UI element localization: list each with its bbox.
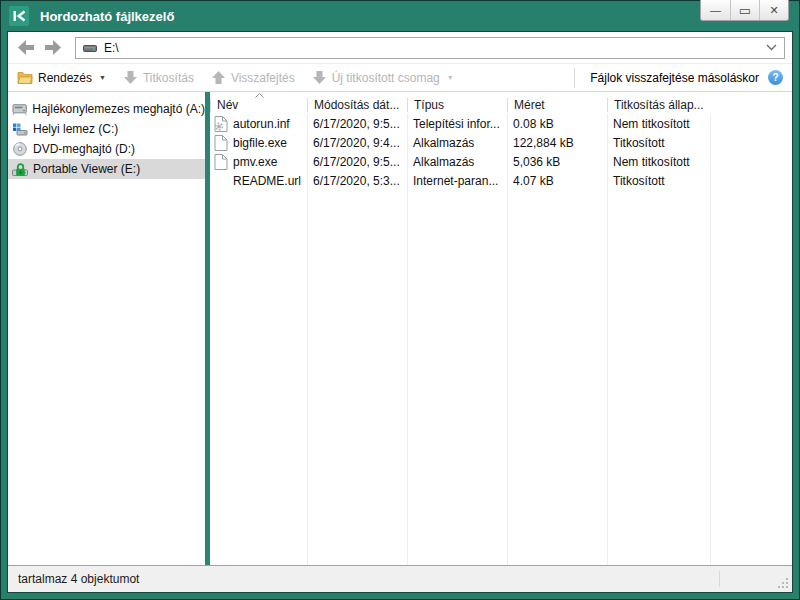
- address-dropdown-icon[interactable]: [766, 44, 777, 51]
- sidebar-item-dvd-d[interactable]: DVD-meghajtó (D:): [8, 139, 205, 159]
- resize-grip[interactable]: [777, 577, 788, 588]
- file-modified: 6/17/2020, 5:3...: [307, 174, 407, 188]
- status-bar: tartalmaz 4 objektumot: [8, 565, 792, 592]
- file-name: README.url: [233, 174, 301, 188]
- sort-ascending-icon: [255, 93, 264, 98]
- encrypt-button[interactable]: Titkosítás: [123, 70, 194, 85]
- file-name: bigfile.exe: [233, 136, 287, 150]
- encrypt-label: Titkosítás: [143, 71, 194, 85]
- file-row-pmv[interactable]: pmv.exe 6/17/2020, 9:5... Alkalmazás 5,0…: [210, 152, 792, 171]
- main-area: Hajlékonylemezes meghajtó (A:) Helyi lem…: [8, 92, 792, 565]
- window-controls: — ▭ ✕: [700, 0, 789, 21]
- file-list-header: Név Módosítás dát... Típus Méret Titkosí…: [210, 92, 792, 114]
- decrypt-label: Visszafejtés: [231, 71, 295, 85]
- file-name: pmv.exe: [233, 155, 277, 169]
- file-list: Név Módosítás dát... Típus Méret Titkosí…: [210, 92, 792, 565]
- file-row-readme[interactable]: README.url 6/17/2020, 5:3... Internet-pa…: [210, 171, 792, 190]
- toolbar-right: Fájlok visszafejtése másoláskor ?: [574, 68, 783, 88]
- organize-label: Rendezés: [38, 71, 92, 85]
- organize-button[interactable]: Rendezés ▼: [17, 71, 106, 85]
- sidebar-item-floppy-a[interactable]: Hajlékonylemezes meghajtó (A:): [8, 99, 205, 119]
- file-name: autorun.inf: [233, 117, 290, 131]
- file-icon: [214, 154, 228, 170]
- drive-label: Hajlékonylemezes meghajtó (A:): [32, 102, 205, 116]
- sidebar-item-local-disk-c[interactable]: Helyi lemez (C:): [8, 119, 205, 139]
- organize-caret-icon: ▼: [99, 74, 106, 81]
- decrypt-on-copy-label: Fájlok visszafejtése másoláskor: [590, 71, 759, 85]
- portable-file-manager-window: Hordozható fájlkezelő — ▭ ✕: [0, 0, 800, 600]
- drive-sidebar: Hajlékonylemezes meghajtó (A:) Helyi lem…: [8, 92, 205, 565]
- kaspersky-logo-icon: [9, 6, 29, 26]
- floppy-drive-icon: [12, 101, 27, 117]
- forward-button[interactable]: [42, 39, 62, 57]
- file-encryption-status: Titkosított: [607, 174, 710, 188]
- back-button[interactable]: [17, 39, 37, 57]
- toolbar: Rendezés ▼ Titkosítás Visszafejtés Új t: [8, 63, 792, 92]
- column-header-type[interactable]: Típus: [407, 98, 507, 112]
- window-title: Hordozható fájlkezelő: [40, 9, 174, 24]
- file-modified: 6/17/2020, 9:4...: [307, 136, 407, 150]
- setup-file-icon: [214, 116, 228, 132]
- minimize-button[interactable]: —: [701, 0, 730, 20]
- column-header-modified[interactable]: Módosítás dát...: [307, 98, 407, 112]
- encrypt-arrow-down-icon: [123, 70, 138, 85]
- status-text: tartalmaz 4 objektumot: [18, 572, 139, 586]
- statusbar-separator: [719, 571, 720, 587]
- new-encrypted-package-label: Új titkosított csomag: [332, 71, 440, 85]
- sidebar-item-portable-viewer-e[interactable]: Portable Viewer (E:): [8, 159, 205, 179]
- file-row-autorun[interactable]: autorun.inf 6/17/2020, 9:5... Telepítési…: [210, 114, 792, 133]
- blank-icon-slot: [214, 173, 228, 189]
- encrypted-drive-icon: [12, 161, 28, 177]
- help-icon[interactable]: ?: [768, 70, 783, 85]
- forward-arrow-icon: [43, 40, 61, 55]
- dvd-drive-icon: [12, 141, 28, 157]
- new-encrypted-package-button[interactable]: Új titkosított csomag ▼: [312, 70, 454, 85]
- file-modified: 6/17/2020, 9:5...: [307, 117, 407, 131]
- file-encryption-status: Titkosított: [607, 136, 710, 150]
- address-input[interactable]: [104, 41, 759, 55]
- maximize-button[interactable]: ▭: [730, 0, 759, 20]
- file-type: Alkalmazás: [407, 155, 507, 169]
- drive-icon: [83, 41, 97, 55]
- title-bar: Hordozható fájlkezelő — ▭ ✕: [7, 1, 793, 31]
- local-disk-icon: [12, 121, 28, 137]
- folder-icon: [17, 71, 33, 85]
- address-bar[interactable]: [75, 37, 785, 59]
- package-arrow-down-icon: [312, 70, 327, 85]
- file-type: Internet-paran...: [407, 174, 507, 188]
- column-header-size[interactable]: Méret: [507, 98, 607, 112]
- close-button[interactable]: ✕: [759, 0, 788, 20]
- file-size: 4.07 kB: [507, 174, 607, 188]
- file-row-bigfile[interactable]: bigfile.exe 6/17/2020, 9:4... Alkalmazás…: [210, 133, 792, 152]
- toolbar-separator: [574, 68, 575, 88]
- file-encryption-status: Nem titkosított: [607, 117, 710, 131]
- new-package-caret-icon: ▼: [447, 74, 454, 81]
- file-modified: 6/17/2020, 9:5...: [307, 155, 407, 169]
- navigation-bar: [8, 32, 792, 63]
- file-type: Alkalmazás: [407, 136, 507, 150]
- file-encryption-status: Nem titkosított: [607, 155, 710, 169]
- file-icon: [214, 135, 228, 151]
- decrypt-button[interactable]: Visszafejtés: [211, 70, 295, 85]
- drive-label: DVD-meghajtó (D:): [33, 142, 135, 156]
- column-header-name[interactable]: Név: [210, 98, 307, 112]
- file-size: 5,036 kB: [507, 155, 607, 169]
- window-content: Rendezés ▼ Titkosítás Visszafejtés Új t: [7, 31, 793, 593]
- column-header-encryption[interactable]: Titkosítás állap...: [607, 98, 710, 112]
- drive-label: Portable Viewer (E:): [33, 162, 140, 176]
- file-type: Telepítési infor...: [407, 117, 507, 131]
- file-size: 0.08 kB: [507, 117, 607, 131]
- file-size: 122,884 kB: [507, 136, 607, 150]
- back-arrow-icon: [18, 40, 36, 55]
- drive-label: Helyi lemez (C:): [33, 122, 118, 136]
- decrypt-arrow-up-icon: [211, 70, 226, 85]
